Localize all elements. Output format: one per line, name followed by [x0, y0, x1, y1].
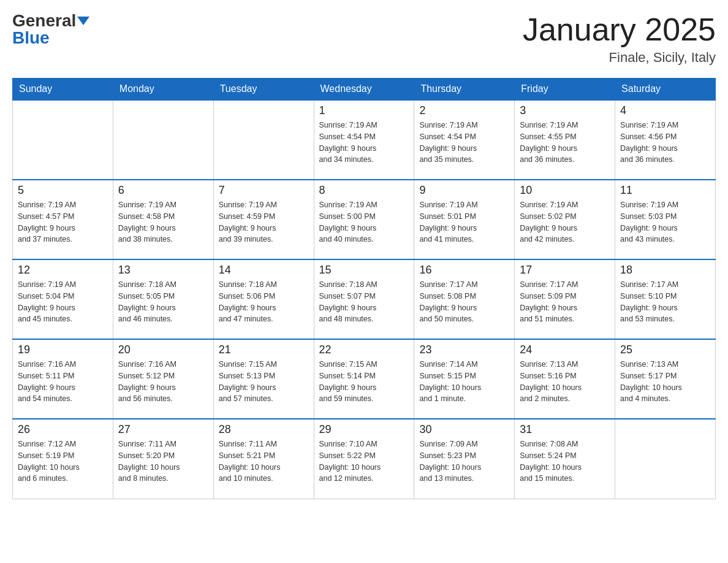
calendar-cell: 7Sunrise: 7:19 AM Sunset: 4:59 PM Daylig…	[213, 180, 314, 259]
day-info: Sunrise: 7:16 AM Sunset: 5:12 PM Dayligh…	[118, 359, 208, 405]
day-number: 15	[319, 264, 409, 277]
day-number: 3	[520, 104, 610, 117]
day-number: 18	[620, 264, 710, 277]
day-number: 13	[118, 264, 208, 277]
calendar-cell: 22Sunrise: 7:15 AM Sunset: 5:14 PM Dayli…	[314, 339, 414, 419]
calendar-body: 1Sunrise: 7:19 AM Sunset: 4:54 PM Daylig…	[13, 100, 716, 499]
day-number: 7	[219, 184, 309, 197]
calendar-cell: 31Sunrise: 7:08 AM Sunset: 5:24 PM Dayli…	[515, 419, 615, 499]
calendar-cell: 16Sunrise: 7:17 AM Sunset: 5:08 PM Dayli…	[414, 259, 515, 339]
day-number: 27	[118, 423, 208, 436]
logo: General Blue	[12, 12, 89, 47]
header-sunday: Sunday	[13, 79, 113, 101]
day-number: 19	[18, 343, 108, 356]
day-info: Sunrise: 7:19 AM Sunset: 5:03 PM Dayligh…	[620, 199, 710, 245]
calendar-cell: 3Sunrise: 7:19 AM Sunset: 4:55 PM Daylig…	[515, 100, 615, 180]
logo-general-text: General	[12, 12, 76, 29]
calendar-cell: 26Sunrise: 7:12 AM Sunset: 5:19 PM Dayli…	[13, 419, 113, 499]
day-number: 1	[319, 104, 409, 117]
day-number: 23	[419, 343, 509, 356]
calendar-cell	[13, 100, 113, 180]
calendar-cell	[213, 100, 314, 180]
calendar-cell: 25Sunrise: 7:13 AM Sunset: 5:17 PM Dayli…	[615, 339, 716, 419]
day-info: Sunrise: 7:19 AM Sunset: 5:00 PM Dayligh…	[319, 199, 409, 245]
day-number: 10	[520, 184, 610, 197]
day-number: 28	[219, 423, 309, 436]
day-info: Sunrise: 7:09 AM Sunset: 5:23 PM Dayligh…	[419, 439, 509, 484]
calendar-cell	[615, 419, 716, 499]
day-info: Sunrise: 7:19 AM Sunset: 5:04 PM Dayligh…	[18, 279, 108, 325]
calendar-cell: 19Sunrise: 7:16 AM Sunset: 5:11 PM Dayli…	[13, 339, 113, 419]
week-row-4: 26Sunrise: 7:12 AM Sunset: 5:19 PM Dayli…	[13, 419, 716, 499]
day-number: 26	[18, 423, 108, 436]
day-number: 29	[319, 423, 409, 436]
day-number: 24	[520, 343, 610, 356]
week-row-0: 1Sunrise: 7:19 AM Sunset: 4:54 PM Daylig…	[13, 100, 716, 180]
day-info: Sunrise: 7:17 AM Sunset: 5:09 PM Dayligh…	[520, 279, 610, 325]
calendar-cell: 21Sunrise: 7:15 AM Sunset: 5:13 PM Dayli…	[213, 339, 314, 419]
day-info: Sunrise: 7:13 AM Sunset: 5:16 PM Dayligh…	[520, 359, 610, 405]
day-number: 20	[118, 343, 208, 356]
day-number: 11	[620, 184, 710, 197]
day-info: Sunrise: 7:16 AM Sunset: 5:11 PM Dayligh…	[18, 359, 108, 405]
day-number: 17	[520, 264, 610, 277]
day-info: Sunrise: 7:19 AM Sunset: 4:54 PM Dayligh…	[419, 120, 509, 166]
day-number: 21	[219, 343, 309, 356]
calendar-cell: 17Sunrise: 7:17 AM Sunset: 5:09 PM Dayli…	[515, 259, 615, 339]
day-info: Sunrise: 7:19 AM Sunset: 4:54 PM Dayligh…	[319, 120, 409, 166]
day-number: 6	[118, 184, 208, 197]
header-saturday: Saturday	[615, 79, 716, 101]
day-number: 31	[520, 423, 610, 436]
day-info: Sunrise: 7:10 AM Sunset: 5:22 PM Dayligh…	[319, 439, 409, 484]
day-number: 2	[419, 104, 509, 117]
calendar-cell: 28Sunrise: 7:11 AM Sunset: 5:21 PM Dayli…	[213, 419, 314, 499]
day-info: Sunrise: 7:19 AM Sunset: 4:57 PM Dayligh…	[18, 199, 108, 245]
calendar-cell: 18Sunrise: 7:17 AM Sunset: 5:10 PM Dayli…	[615, 259, 716, 339]
day-info: Sunrise: 7:18 AM Sunset: 5:05 PM Dayligh…	[118, 279, 208, 325]
calendar-cell: 23Sunrise: 7:14 AM Sunset: 5:15 PM Dayli…	[414, 339, 515, 419]
calendar-cell: 12Sunrise: 7:19 AM Sunset: 5:04 PM Dayli…	[13, 259, 113, 339]
day-number: 30	[419, 423, 509, 436]
day-info: Sunrise: 7:12 AM Sunset: 5:19 PM Dayligh…	[18, 439, 108, 484]
calendar-cell: 10Sunrise: 7:19 AM Sunset: 5:02 PM Dayli…	[515, 180, 615, 259]
header-thursday: Thursday	[414, 79, 515, 101]
week-row-1: 5Sunrise: 7:19 AM Sunset: 4:57 PM Daylig…	[13, 180, 716, 259]
page-header: General Blue January 2025 Finale, Sicily…	[12, 12, 716, 66]
header-wednesday: Wednesday	[314, 79, 414, 101]
day-info: Sunrise: 7:19 AM Sunset: 4:59 PM Dayligh…	[219, 199, 309, 245]
day-number: 16	[419, 264, 509, 277]
day-info: Sunrise: 7:19 AM Sunset: 5:02 PM Dayligh…	[520, 199, 610, 245]
month-title: January 2025	[523, 12, 716, 47]
day-number: 12	[18, 264, 108, 277]
calendar-cell: 5Sunrise: 7:19 AM Sunset: 4:57 PM Daylig…	[13, 180, 113, 259]
location-title: Finale, Sicily, Italy	[523, 50, 716, 66]
calendar-cell: 1Sunrise: 7:19 AM Sunset: 4:54 PM Daylig…	[314, 100, 414, 180]
calendar-cell: 11Sunrise: 7:19 AM Sunset: 5:03 PM Dayli…	[615, 180, 716, 259]
calendar-cell	[113, 100, 213, 180]
calendar-cell: 20Sunrise: 7:16 AM Sunset: 5:12 PM Dayli…	[113, 339, 213, 419]
week-row-2: 12Sunrise: 7:19 AM Sunset: 5:04 PM Dayli…	[13, 259, 716, 339]
calendar-cell: 14Sunrise: 7:18 AM Sunset: 5:06 PM Dayli…	[213, 259, 314, 339]
calendar-cell: 24Sunrise: 7:13 AM Sunset: 5:16 PM Dayli…	[515, 339, 615, 419]
title-block: January 2025 Finale, Sicily, Italy	[523, 12, 716, 66]
header-row: SundayMondayTuesdayWednesdayThursdayFrid…	[13, 79, 716, 101]
header-tuesday: Tuesday	[213, 79, 314, 101]
day-info: Sunrise: 7:19 AM Sunset: 4:58 PM Dayligh…	[118, 199, 208, 245]
day-info: Sunrise: 7:17 AM Sunset: 5:08 PM Dayligh…	[419, 279, 509, 325]
day-info: Sunrise: 7:19 AM Sunset: 5:01 PM Dayligh…	[419, 199, 509, 245]
day-info: Sunrise: 7:18 AM Sunset: 5:06 PM Dayligh…	[219, 279, 309, 325]
day-info: Sunrise: 7:15 AM Sunset: 5:13 PM Dayligh…	[219, 359, 309, 405]
calendar-cell: 15Sunrise: 7:18 AM Sunset: 5:07 PM Dayli…	[314, 259, 414, 339]
calendar-cell: 4Sunrise: 7:19 AM Sunset: 4:56 PM Daylig…	[615, 100, 716, 180]
day-info: Sunrise: 7:11 AM Sunset: 5:21 PM Dayligh…	[219, 439, 309, 484]
calendar-cell: 9Sunrise: 7:19 AM Sunset: 5:01 PM Daylig…	[414, 180, 515, 259]
day-number: 25	[620, 343, 710, 356]
calendar-cell: 27Sunrise: 7:11 AM Sunset: 5:20 PM Dayli…	[113, 419, 213, 499]
calendar-cell: 8Sunrise: 7:19 AM Sunset: 5:00 PM Daylig…	[314, 180, 414, 259]
day-info: Sunrise: 7:17 AM Sunset: 5:10 PM Dayligh…	[620, 279, 710, 325]
calendar-cell: 29Sunrise: 7:10 AM Sunset: 5:22 PM Dayli…	[314, 419, 414, 499]
header-monday: Monday	[113, 79, 213, 101]
day-number: 14	[219, 264, 309, 277]
calendar-cell: 30Sunrise: 7:09 AM Sunset: 5:23 PM Dayli…	[414, 419, 515, 499]
day-number: 22	[319, 343, 409, 356]
